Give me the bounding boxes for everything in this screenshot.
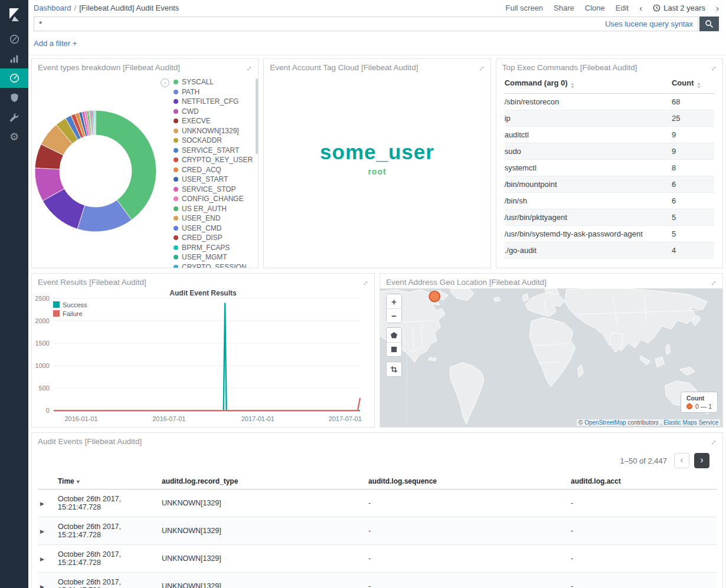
clone-button[interactable]: Clone xyxy=(585,4,605,12)
legend-item[interactable]: CRED_ACQ xyxy=(174,165,253,175)
row-expand-icon[interactable]: ▶ xyxy=(40,501,44,507)
audit-column-header[interactable]: Time▾ xyxy=(55,474,159,490)
prev-page-button[interactable]: ‹ xyxy=(674,453,689,468)
legend-scrollbar[interactable] xyxy=(256,78,258,154)
legend-label: CONFIG_CHANGE xyxy=(182,195,244,203)
row-expand-icon[interactable]: ▶ xyxy=(40,556,44,562)
legend-item[interactable]: USER_END xyxy=(174,213,253,224)
query-input[interactable] xyxy=(39,19,600,28)
exec-table-row[interactable]: ./go-audit4 xyxy=(505,242,714,259)
kibana-logo[interactable] xyxy=(0,0,28,29)
panel-title: Top Exec Commands [Filebeat Auditd] xyxy=(502,63,637,72)
full-screen-button[interactable]: Full screen xyxy=(506,4,544,12)
kibana-logo-icon xyxy=(6,7,22,22)
pie-slice[interactable] xyxy=(96,110,156,220)
audit-column-header[interactable]: auditd.log.record_type xyxy=(159,474,366,490)
legend-item[interactable]: USER_MGMT xyxy=(174,252,253,262)
series-line[interactable] xyxy=(54,398,360,410)
audit-column-header[interactable]: auditd.log.acct xyxy=(568,474,717,490)
series-line[interactable] xyxy=(54,303,360,410)
sidebar-item-visualize[interactable] xyxy=(0,49,28,68)
legend-item[interactable]: CRYPTO_KEY_USER xyxy=(174,155,253,165)
legend-item[interactable]: CRED_DISP xyxy=(174,233,253,243)
exec-column-header[interactable]: Command (arg 0) xyxy=(505,74,672,94)
legend-toggle-icon[interactable]: › xyxy=(161,78,169,87)
add-filter-button[interactable]: Add a filter + xyxy=(34,39,77,48)
panel-geo-map: Event Address Geo Location [Filebeat Aud… xyxy=(380,273,723,428)
geo-map[interactable]: + − xyxy=(380,288,722,427)
draw-rectangle-button[interactable] xyxy=(387,342,401,356)
expand-panel-icon[interactable]: ↔ xyxy=(475,61,486,73)
legend-item[interactable]: USER_CMD xyxy=(174,224,253,234)
time-forward-icon[interactable]: › xyxy=(716,4,719,12)
legend-swatch-icon xyxy=(174,148,178,153)
expand-panel-icon[interactable]: ↔ xyxy=(243,61,254,73)
sidebar-item-dashboard[interactable] xyxy=(0,68,28,88)
legend-label: SOCKADDR xyxy=(182,136,222,144)
edit-button[interactable]: Edit xyxy=(616,4,629,12)
tag-word[interactable]: some_user xyxy=(320,142,434,162)
exec-table-row[interactable]: /usr/bin/systemd-tty-ask-password-agent5 xyxy=(505,226,714,242)
exec-table-row[interactable]: /bin/sh6 xyxy=(505,193,714,209)
audit-column-header[interactable]: auditd.log.sequence xyxy=(366,474,568,490)
geo-legend-entry: 0 — 1 xyxy=(686,403,712,410)
legend-item[interactable]: NETFILTER_CFG xyxy=(174,97,253,107)
exec-table-row[interactable]: /bin/mountpoint6 xyxy=(505,176,714,193)
expand-panel-icon[interactable]: ↔ xyxy=(707,61,719,73)
legend-item[interactable]: EXECVE xyxy=(174,116,253,126)
legend-label: CRYPTO_KEY_USER xyxy=(182,156,253,164)
pie-slice[interactable] xyxy=(95,110,96,135)
exec-table-row[interactable]: /usr/bin/pkttyagent5 xyxy=(505,209,714,226)
legend-item[interactable]: UNKNOWN[1329] xyxy=(174,126,253,136)
legend-swatch-icon xyxy=(174,226,178,231)
time-picker-button[interactable]: Last 2 years xyxy=(653,4,705,12)
ems-link[interactable]: Elastic Maps Service xyxy=(663,419,718,426)
main-area: Dashboard / [Filebeat Auditd] Audit Even… xyxy=(28,0,726,588)
top-actions: Full screen Share Clone Edit ‹ Last 2 ye… xyxy=(506,4,719,12)
zoom-out-button[interactable]: − xyxy=(387,308,401,323)
draw-polygon-button[interactable] xyxy=(387,328,401,342)
legend-item[interactable]: SYSCALL xyxy=(174,77,253,87)
sidebar-item-dev-tools[interactable] xyxy=(0,107,28,127)
expand-panel-icon[interactable]: ↔ xyxy=(707,276,719,288)
breadcrumb-dashboard-link[interactable]: Dashboard xyxy=(34,4,71,12)
row-expand-icon[interactable]: ▶ xyxy=(40,528,44,534)
fit-bounds-button[interactable] xyxy=(387,362,401,376)
legend-item[interactable]: CRYPTO_SESSION xyxy=(174,262,253,269)
osm-link[interactable]: OpenStreetMap xyxy=(584,419,626,426)
exec-table-row[interactable]: systemctl8 xyxy=(505,160,714,176)
lucene-syntax-link[interactable]: Uses lucene query syntax xyxy=(605,19,693,28)
legend-label: SERVICE_START xyxy=(182,146,239,155)
legend-item[interactable]: USER_START xyxy=(174,175,253,185)
sidebar-item-management[interactable]: ⚙ xyxy=(0,127,28,146)
legend-item[interactable]: SOCKADDR xyxy=(174,136,253,146)
map-zoom-controls: + − xyxy=(386,294,402,323)
legend-item[interactable]: CONFIG_CHANGE xyxy=(174,194,253,204)
zoom-in-button[interactable]: + xyxy=(387,294,401,308)
exec-table-row[interactable]: /sbin/restorecon68 xyxy=(505,94,714,110)
legend-item[interactable]: SERVICE_STOP xyxy=(174,185,253,195)
next-page-button[interactable]: › xyxy=(694,453,709,468)
geo-point-marker[interactable] xyxy=(429,291,440,302)
attribution-prefix: © xyxy=(578,419,583,426)
row-expand-icon[interactable]: ▶ xyxy=(40,584,44,588)
tag-word[interactable]: root xyxy=(368,167,386,176)
expand-panel-icon[interactable]: ↔ xyxy=(359,276,371,288)
query-box: Uses lucene query syntax xyxy=(34,17,698,31)
time-back-icon[interactable]: ‹ xyxy=(639,4,642,12)
legend-item[interactable]: SERVICE_START xyxy=(174,146,253,156)
exec-column-header[interactable]: Count xyxy=(672,74,714,94)
legend-item[interactable]: BPRM_FCAPS xyxy=(174,243,253,253)
search-button[interactable] xyxy=(699,17,719,31)
legend-item[interactable]: CWD xyxy=(174,107,253,117)
sidebar-item-security[interactable] xyxy=(0,88,28,107)
exec-table-row[interactable]: auditctl9 xyxy=(505,127,714,143)
exec-table-row[interactable]: sudo9 xyxy=(505,143,714,160)
expand-panel-icon[interactable]: ↔ xyxy=(707,435,719,447)
legend-label: USER_END xyxy=(182,214,220,222)
share-button[interactable]: Share xyxy=(554,4,574,12)
legend-item[interactable]: PATH xyxy=(174,87,253,97)
exec-table-row[interactable]: ip25 xyxy=(505,110,714,127)
legend-item[interactable]: US ER_AUTH xyxy=(174,204,253,214)
sidebar-item-discover[interactable] xyxy=(0,29,28,49)
